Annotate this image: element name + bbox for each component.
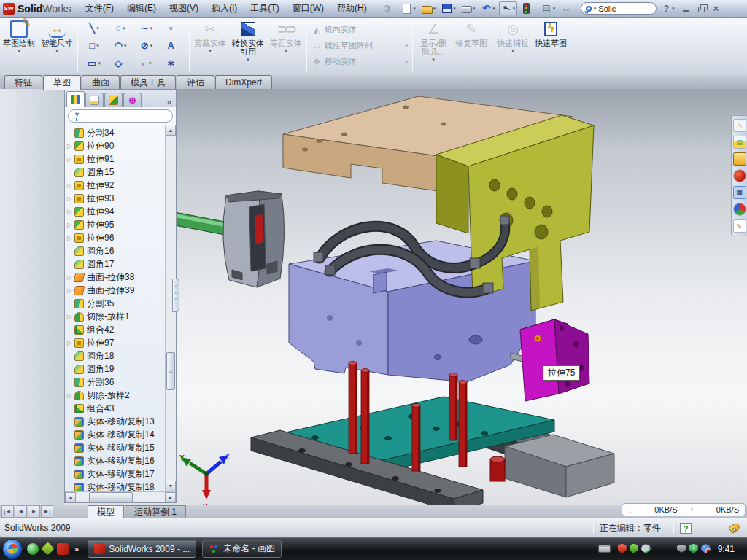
sketch-entity-button[interactable]: ∗ ▾ [160, 55, 186, 72]
toolbar-button[interactable]: ▾ [419, 2, 438, 15]
restore-icon[interactable] [698, 7, 705, 12]
command-tab[interactable]: 曲面 [82, 75, 120, 89]
tree-item[interactable]: ▷ 组合42 [65, 323, 165, 336]
tree-filter-input[interactable]: ▼ [68, 109, 173, 122]
command-tab[interactable]: DimXpert [215, 75, 272, 89]
tree-item[interactable]: ▷ 组合43 [65, 402, 165, 415]
tree-item[interactable]: ▷ 实体-移动/复制16 [65, 454, 165, 467]
tree-item[interactable]: ▷ 拉伸91 [65, 152, 165, 166]
stack-button[interactable]: ◭ 镜向实体 ▾ [311, 23, 408, 37]
menu-item[interactable]: 窗口(W) [286, 0, 330, 17]
quick-launch-icon[interactable] [57, 543, 69, 555]
tree-item[interactable]: ▷ 切除-放样1 [65, 310, 165, 323]
toolbar-button[interactable]: ↶ ▾ [479, 1, 498, 15]
dropdown-arrow-icon[interactable]: ▾ [247, 57, 249, 63]
tree-item[interactable]: ▷ 实体-移动/复制17 [65, 467, 165, 481]
quick-launch-overflow-icon[interactable]: » [74, 545, 79, 553]
tab-featuremanager[interactable] [66, 91, 85, 107]
taskbar-clock[interactable]: 9:41 [713, 544, 740, 554]
expand-arrow-icon[interactable]: ▷ [67, 222, 74, 228]
tree-item[interactable]: ▷ 圆角16 [65, 244, 165, 257]
tab-dimxpertmanager[interactable]: ⊕ [123, 93, 142, 107]
tab-next-icon[interactable]: ► [28, 505, 40, 518]
expand-arrow-icon[interactable]: ▷ [67, 340, 74, 346]
tab-first-icon[interactable]: |◄ [1, 505, 14, 518]
tray-icon[interactable] [641, 544, 651, 553]
menu-item[interactable]: 帮助(H) [330, 0, 374, 17]
start-button[interactable] [2, 539, 23, 559]
help-button[interactable]: ? ▾ [659, 2, 677, 15]
dropdown-arrow-icon[interactable]: ▾ [96, 43, 99, 49]
document-tab[interactable]: 模型 [88, 505, 124, 518]
toolbar-button[interactable]: ▾ [379, 1, 398, 15]
scroll-right-icon[interactable]: ► [165, 492, 176, 502]
command-tab[interactable]: 草图 [43, 75, 81, 90]
manager-tabs-overflow[interactable]: » [163, 97, 174, 107]
dropdown-arrow-icon[interactable]: ▾ [413, 6, 416, 12]
dropdown-arrow-icon[interactable]: ▾ [150, 26, 153, 31]
expand-arrow-icon[interactable]: ▷ [67, 182, 74, 189]
smart-dimension-button[interactable]: ↔ 智能尺寸 ▾ [38, 18, 76, 74]
tray-icon[interactable] [618, 544, 627, 554]
tree-item[interactable]: ▷ 圆角17 [65, 257, 165, 271]
repair-sketch-button[interactable]: ✎ 修复草图 [452, 18, 490, 74]
expand-arrow-icon[interactable]: ▷ [67, 195, 74, 202]
scrollbar-thumb[interactable] [89, 492, 133, 502]
panel-splitter-handle[interactable]: ‹‹‹ [172, 279, 179, 312]
menu-item[interactable]: 文件(F) [79, 0, 120, 17]
tab-last-icon[interactable]: ►| [41, 505, 53, 518]
taskbar-window-button[interactable]: 未命名 - 画图 [202, 540, 282, 558]
sketch-entity-button[interactable]: ∼ ▾ [133, 20, 160, 37]
taskbar-window-button[interactable]: SolidWorks 2009 - ... [88, 540, 196, 558]
expand-arrow-icon[interactable]: ▷ [67, 143, 74, 149]
tray-icon[interactable] [630, 544, 638, 554]
quick-tips-icon[interactable]: ? [680, 523, 692, 534]
dropdown-arrow-icon[interactable]: ▾ [124, 43, 127, 49]
tree-item[interactable]: ▷ 分割35 [65, 297, 165, 310]
command-tab[interactable]: 评估 [177, 75, 214, 89]
tray-icon[interactable] [677, 545, 686, 553]
close-icon[interactable]: × [713, 4, 719, 14]
tree-item[interactable]: ▷ 拉伸94 [65, 205, 165, 218]
sketch-entity-button[interactable]: ◇ ▾ [107, 55, 133, 72]
expand-arrow-icon[interactable]: ▷ [67, 314, 74, 320]
dropdown-arrow-icon[interactable]: ▾ [55, 48, 58, 54]
task-pane-button[interactable]: ⌂ [733, 119, 746, 132]
scroll-left-icon[interactable]: ◄ [65, 492, 76, 502]
tree-item[interactable]: ▷ 拉伸90 [65, 139, 165, 152]
scroll-down-icon[interactable]: ▼ [166, 481, 176, 491]
search-dropdown-icon[interactable]: ▾ [594, 6, 597, 12]
stack-button[interactable]: ✥ 移动实体 ▾ [311, 55, 408, 69]
tab-configurationmanager[interactable] [104, 93, 123, 107]
3d-clamp-block[interactable] [223, 191, 285, 287]
dropdown-arrow-icon[interactable]: ▾ [150, 43, 153, 49]
tree-item[interactable]: ▷ 圆角19 [65, 362, 165, 376]
toolbar-button[interactable]: ↖ ▾ [499, 1, 518, 15]
expand-arrow-icon[interactable]: ▷ [67, 156, 74, 163]
sketch-button[interactable]: 草图绘制 ▾ [0, 18, 38, 74]
toolbar-button[interactable]: ▾ [460, 2, 478, 15]
sketch-entity-button[interactable]: ◠ ▾ [107, 37, 133, 55]
3d-insert-block[interactable] [520, 319, 589, 401]
sketch-entity-button[interactable]: ⊘ ▾ [133, 37, 160, 55]
quick-launch-icon[interactable] [27, 543, 39, 555]
menu-item[interactable]: 工具(T) [244, 0, 285, 17]
tab-propertymanager[interactable] [85, 93, 104, 107]
help-dropdown-icon[interactable]: ▾ [672, 6, 675, 12]
keyboard-layout-icon[interactable] [598, 545, 611, 553]
dropdown-arrow-icon[interactable]: ▾ [98, 61, 101, 66]
sketch-entity-button[interactable]: ○ ▾ [107, 20, 133, 37]
dropdown-arrow-icon[interactable]: ▾ [433, 6, 436, 12]
quick-launch-icon[interactable] [41, 542, 54, 555]
dropdown-arrow-icon[interactable]: ▾ [453, 6, 456, 12]
sketch-entity-button[interactable]: A ▾ [160, 37, 186, 55]
tree-item[interactable]: ▷ 实体-移动/复制14 [65, 428, 165, 441]
scroll-up-icon[interactable]: ▲ [166, 125, 176, 136]
tree-item[interactable]: ▷ 拉伸92 [65, 179, 165, 192]
expand-arrow-icon[interactable]: ▷ [67, 235, 74, 241]
toolbar-button[interactable]: ▾ [439, 1, 458, 15]
tree-item[interactable]: ▷ 分割36 [65, 376, 165, 389]
search-input[interactable]: ▾ Solic [581, 2, 657, 15]
dropdown-arrow-icon[interactable]: ▾ [473, 6, 476, 12]
quick-snaps-button[interactable]: ◎ 快速捕捉 ▾ [494, 18, 532, 74]
